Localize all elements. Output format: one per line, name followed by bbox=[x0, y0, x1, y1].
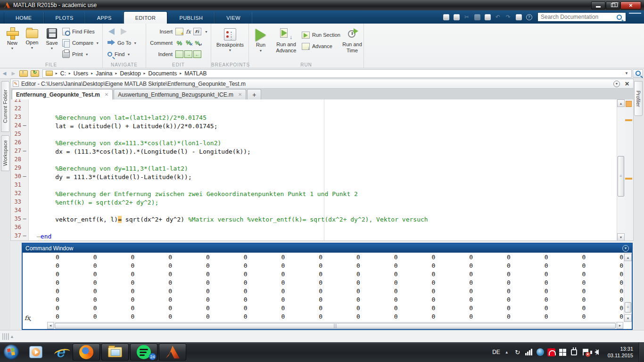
breadcrumb-dropdown-icon[interactable]: ▼ bbox=[625, 71, 631, 75]
goto-button[interactable]: Go To ▼ bbox=[107, 37, 137, 49]
command-window[interactable]: Command Window ▼ 00000000000000000000000… bbox=[22, 243, 633, 330]
scroll-right-icon[interactable]: ► bbox=[617, 322, 623, 329]
document-tab-auswertung[interactable]: Auswertung_Entfernung_Bezugspunkt_ICE.m … bbox=[114, 89, 246, 99]
indent-left-icon[interactable] bbox=[193, 50, 201, 58]
save-icon[interactable] bbox=[452, 13, 461, 21]
gutter-row[interactable]: 33 bbox=[11, 198, 28, 207]
history-back-icon[interactable]: ◄ bbox=[1, 70, 8, 77]
search-documentation-input[interactable] bbox=[538, 14, 617, 20]
power-plug-icon[interactable] bbox=[570, 348, 578, 356]
switch-window-icon[interactable] bbox=[514, 13, 523, 21]
find-button[interactable]: Find ▼ bbox=[107, 49, 137, 60]
sidebar-tab-workspace[interactable]: Workspace bbox=[1, 135, 9, 171]
history-forward-icon[interactable]: ► bbox=[10, 70, 17, 77]
code-line[interactable] bbox=[29, 105, 611, 114]
tab-publish[interactable]: PUBLISH bbox=[167, 12, 215, 24]
gutter-row[interactable]: 27– bbox=[11, 148, 28, 156]
undo-icon[interactable]: ↶ bbox=[493, 13, 503, 21]
tab-view[interactable]: VIEW bbox=[215, 12, 252, 24]
minimize-ribbon-button[interactable] bbox=[629, 13, 641, 21]
new-script-icon[interactable] bbox=[441, 13, 451, 21]
scroll-up-icon[interactable]: ▲ bbox=[617, 99, 625, 107]
gutter-row[interactable]: 25 bbox=[11, 131, 28, 139]
sidebar-tab-current-folder[interactable]: Current Folder bbox=[1, 81, 9, 132]
network-globe-icon[interactable] bbox=[536, 348, 545, 356]
code-line[interactable]: %Berechnung von lat=(lat1+lat2)/2*0.0174… bbox=[29, 114, 611, 122]
start-button[interactable] bbox=[4, 345, 19, 360]
forward-arrow-icon[interactable] bbox=[118, 28, 128, 35]
scrollbar-thumb[interactable] bbox=[55, 323, 616, 329]
redo-icon[interactable]: ↷ bbox=[504, 13, 513, 21]
taskbar-explorer-button[interactable] bbox=[101, 344, 129, 361]
code-line[interactable] bbox=[29, 207, 611, 215]
run-and-time-button[interactable]: Run and Time bbox=[341, 25, 363, 60]
gutter-row[interactable]: 35– bbox=[11, 215, 28, 224]
editor-menu-icon[interactable]: ▼ bbox=[613, 81, 620, 87]
print-button[interactable]: Print ▼ bbox=[62, 49, 99, 60]
gutter-row[interactable]: 24– bbox=[11, 122, 28, 131]
scroll-up-icon[interactable]: ▲ bbox=[624, 254, 632, 261]
advance-button[interactable]: Advance bbox=[302, 41, 340, 52]
action-center-flag-icon[interactable]: ✕ bbox=[581, 348, 590, 356]
taskbar-spotify-button[interactable]: 24 bbox=[130, 344, 157, 361]
insert-section-icon[interactable] bbox=[175, 28, 183, 35]
breadcrumb[interactable]: ▸ C: ▸ Users ▸ Janina ▸ Desktop ▸ Docume… bbox=[42, 69, 632, 78]
editor-vertical-scrollbar[interactable]: ▲ ▼ bbox=[617, 99, 625, 241]
scrollbar-thumb[interactable] bbox=[618, 156, 624, 197]
gutter-row[interactable]: 21 bbox=[11, 99, 28, 105]
browse-folder-icon[interactable] bbox=[31, 70, 39, 77]
function-hints-icon[interactable]: fx bbox=[25, 314, 32, 321]
close-tab-icon[interactable]: ✕ bbox=[238, 92, 242, 97]
tab-plots[interactable]: PLOTS bbox=[44, 12, 85, 24]
code-line[interactable] bbox=[29, 131, 611, 139]
find-files-button[interactable]: Find Files bbox=[62, 26, 99, 37]
code-line[interactable]: dy = 111.3*(Latitude(l)-Latitude(k)); bbox=[29, 173, 611, 181]
resize-grip-icon[interactable]: ▲ bbox=[2, 333, 14, 340]
taskbar-media-player-icon[interactable] bbox=[28, 344, 44, 360]
code-line[interactable]: %Berechnung von dy=111,3*(lat1-lat2) bbox=[29, 165, 611, 173]
taskbar-clock[interactable]: 13:31 03.11.2015 bbox=[608, 346, 633, 359]
insert-function-icon[interactable]: fx bbox=[184, 28, 192, 35]
gutter-row[interactable]: 30– bbox=[11, 173, 28, 181]
copy-icon[interactable] bbox=[472, 13, 482, 21]
scroll-down-icon[interactable]: ▼ bbox=[624, 314, 632, 322]
open-button[interactable]: Open ▼ bbox=[23, 25, 41, 60]
taskbar-firefox-button[interactable] bbox=[73, 344, 100, 361]
new-document-tab-button[interactable]: + bbox=[247, 89, 261, 99]
code-line[interactable]: –end bbox=[29, 232, 611, 241]
comment-icon[interactable]: % bbox=[175, 39, 183, 47]
close-tab-icon[interactable]: ✕ bbox=[105, 92, 108, 97]
breakpoints-button[interactable]: Breakpoints ▼ bbox=[214, 25, 247, 60]
volume-icon[interactable] bbox=[593, 348, 601, 356]
language-indicator[interactable]: DE bbox=[492, 349, 500, 355]
editor-close-icon[interactable]: ✕ bbox=[625, 81, 629, 87]
tab-apps[interactable]: APPS bbox=[85, 12, 124, 24]
back-arrow-icon[interactable] bbox=[107, 28, 118, 35]
taskbar-internet-explorer-icon[interactable]: e bbox=[52, 344, 68, 360]
code-line[interactable]: %Berechnung von dx=111.3*cos(lat)*(lon1-… bbox=[29, 139, 611, 148]
crumb-matlab[interactable]: MATLAB bbox=[182, 70, 208, 77]
editor-code-lines[interactable]: %Berechnung von lat=(lat1+lat2)/2*0.0174… bbox=[29, 99, 611, 241]
gutter-row[interactable]: 37– bbox=[11, 232, 28, 241]
command-window-menu-icon[interactable]: ▼ bbox=[622, 245, 629, 252]
command-window-horizontal-scrollbar[interactable]: ◄ ► bbox=[47, 322, 623, 329]
indent-right-icon[interactable] bbox=[184, 50, 192, 58]
code-line[interactable] bbox=[29, 99, 611, 105]
taskbar-matlab-button[interactable] bbox=[159, 344, 186, 361]
warning-tick-icon[interactable] bbox=[625, 119, 632, 121]
compare-button[interactable]: Compare ▼ bbox=[62, 37, 99, 49]
code-line[interactable]: dx = (111.3*cos(lat)).*(Longitude(l) - L… bbox=[29, 148, 611, 156]
code-line[interactable]: %entf(k) = sqrt(dx^2+ dy^2); bbox=[29, 198, 611, 207]
code-line[interactable] bbox=[29, 224, 611, 232]
scroll-left-icon[interactable]: ◄ bbox=[47, 322, 54, 329]
insert-figure-icon[interactable]: Fi bbox=[193, 28, 201, 35]
chevron-down-icon[interactable]: ▼ bbox=[205, 30, 208, 33]
crumb-drive[interactable]: C: bbox=[58, 70, 68, 77]
show-desktop-button[interactable] bbox=[639, 342, 644, 362]
avira-antivirus-icon[interactable] bbox=[547, 348, 556, 356]
run-section-button[interactable]: Run Section bbox=[302, 29, 340, 41]
hidden-icons-arrow-icon[interactable]: ▲ bbox=[505, 350, 509, 354]
tab-home[interactable]: HOME bbox=[4, 12, 44, 24]
tab-editor[interactable]: EDITOR bbox=[124, 11, 168, 24]
code-line[interactable]: %Berechnung der Entfernung zwischen zwei… bbox=[29, 190, 611, 198]
